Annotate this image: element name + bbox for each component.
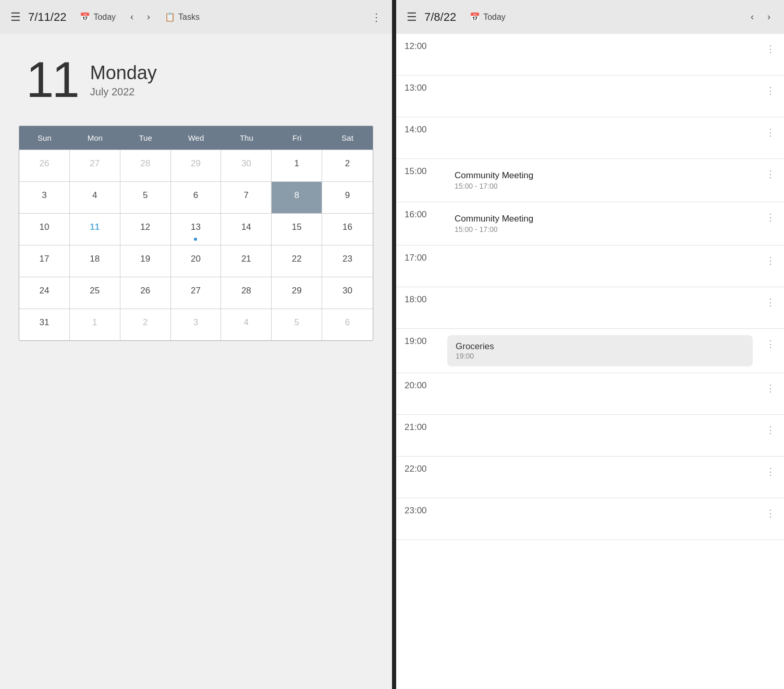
calendar-day-cell[interactable]: 30 bbox=[322, 277, 373, 309]
left-prev-button[interactable]: ‹ bbox=[127, 9, 137, 24]
calendar-day-cell[interactable]: 4 bbox=[221, 309, 272, 340]
time-row: 14:00⋮ bbox=[396, 117, 784, 159]
time-content bbox=[443, 415, 784, 423]
calendar-day-cell[interactable]: 28 bbox=[221, 277, 272, 309]
time-more-button[interactable]: ⋮ bbox=[766, 168, 776, 180]
calendar-day-cell[interactable]: 29 bbox=[272, 277, 322, 309]
calendar-day-cell[interactable]: 5 bbox=[120, 182, 171, 213]
time-content: Groceries19:00 bbox=[443, 329, 784, 373]
event-card[interactable]: Community Meeting15:00 - 17:00 bbox=[447, 208, 753, 239]
time-more-button[interactable]: ⋮ bbox=[766, 43, 776, 55]
left-header: ☰ 7/11/22 📅 Today ‹ › 📋 Tasks ⋮ bbox=[0, 0, 392, 34]
event-card[interactable]: Groceries19:00 bbox=[447, 335, 753, 366]
calendar-day-cell[interactable]: 4 bbox=[70, 182, 120, 213]
right-calendar-icon: 📅 bbox=[470, 12, 480, 22]
calendar-day-cell[interactable]: 15 bbox=[272, 214, 322, 245]
calendar-day-cell[interactable]: 16 bbox=[322, 214, 373, 245]
calendar-row: 3456789 bbox=[19, 181, 373, 213]
calendar-row: 24252627282930 bbox=[19, 277, 373, 309]
calendar-day-cell[interactable]: 24 bbox=[19, 277, 70, 309]
calendar-day-cell[interactable]: 3 bbox=[171, 309, 222, 340]
calendar-day-cell[interactable]: 3 bbox=[19, 182, 70, 213]
day-name: Monday bbox=[90, 62, 157, 84]
calendar-day-cell[interactable]: 7 bbox=[221, 182, 272, 213]
calendar-day-cell[interactable]: 14 bbox=[221, 214, 272, 245]
calendar-day-cell[interactable]: 6 bbox=[322, 309, 373, 340]
left-more-button[interactable]: ⋮ bbox=[371, 11, 382, 23]
calendar-row: 31123456 bbox=[19, 309, 373, 340]
calendar-day-cell[interactable]: 29 bbox=[171, 150, 222, 181]
time-label: 18:00 bbox=[396, 287, 443, 305]
time-content: Community Meeting15:00 - 17:00 bbox=[443, 159, 784, 202]
right-today-button[interactable]: 📅 Today bbox=[466, 10, 510, 24]
tasks-button[interactable]: 📋 Tasks bbox=[161, 10, 204, 24]
calendar-header-row: SunMonTueWedThuFriSat bbox=[19, 126, 373, 150]
calendar-day-cell[interactable]: 28 bbox=[120, 150, 171, 181]
time-more-button[interactable]: ⋮ bbox=[766, 383, 776, 394]
calendar-day-cell[interactable]: 6 bbox=[171, 182, 222, 213]
calendar-day-cell[interactable]: 9 bbox=[322, 182, 373, 213]
calendar-day-cell[interactable]: 31 bbox=[19, 309, 70, 340]
right-menu-icon[interactable]: ☰ bbox=[407, 10, 417, 24]
time-row: 17:00⋮ bbox=[396, 245, 784, 287]
left-header-date: 7/11/22 bbox=[28, 10, 66, 24]
calendar-day-cell[interactable]: 18 bbox=[70, 245, 120, 277]
calendar-day-cell[interactable]: 20 bbox=[171, 245, 222, 277]
calendar-day-header: Mon bbox=[70, 126, 120, 150]
tasks-label: Tasks bbox=[178, 13, 200, 22]
time-row: 16:00Community Meeting15:00 - 17:00⋮ bbox=[396, 202, 784, 245]
calendar-day-cell[interactable]: 11 bbox=[70, 214, 120, 245]
calendar-day-cell[interactable]: 1 bbox=[70, 309, 120, 340]
calendar-day-cell[interactable]: 1 bbox=[272, 150, 322, 181]
left-calendar-icon: 📅 bbox=[80, 12, 90, 22]
event-time-range: 15:00 - 17:00 bbox=[455, 182, 745, 190]
event-card[interactable]: Community Meeting15:00 - 17:00 bbox=[447, 165, 753, 195]
time-content bbox=[443, 287, 784, 296]
right-prev-button[interactable]: ‹ bbox=[748, 9, 757, 24]
calendar-day-cell[interactable]: 5 bbox=[272, 309, 322, 340]
calendar-day-cell[interactable]: 27 bbox=[171, 277, 222, 309]
calendar-day-cell[interactable]: 25 bbox=[70, 277, 120, 309]
time-more-button[interactable]: ⋮ bbox=[766, 466, 776, 477]
time-more-button[interactable]: ⋮ bbox=[766, 127, 776, 138]
calendar-day-cell[interactable]: 23 bbox=[322, 245, 373, 277]
calendar-day-cell[interactable]: 19 bbox=[120, 245, 171, 277]
time-more-button[interactable]: ⋮ bbox=[766, 212, 776, 223]
calendar-day-cell[interactable]: 13 bbox=[171, 214, 222, 245]
right-header-date: 7/8/22 bbox=[424, 10, 456, 24]
calendar-day-cell[interactable]: 27 bbox=[70, 150, 120, 181]
calendar-day-cell[interactable]: 21 bbox=[221, 245, 272, 277]
time-more-button[interactable]: ⋮ bbox=[766, 338, 776, 350]
time-row: 18:00⋮ bbox=[396, 287, 784, 329]
time-label: 13:00 bbox=[396, 76, 443, 93]
calendar-day-cell[interactable]: 2 bbox=[120, 309, 171, 340]
time-more-button[interactable]: ⋮ bbox=[766, 85, 776, 96]
time-content bbox=[443, 245, 784, 254]
left-next-button[interactable]: › bbox=[144, 9, 153, 24]
calendar-day-cell[interactable]: 8 bbox=[272, 182, 322, 213]
time-row: 22:00⋮ bbox=[396, 457, 784, 498]
time-label: 15:00 bbox=[396, 159, 443, 177]
calendar-day-cell[interactable]: 17 bbox=[19, 245, 70, 277]
right-next-button[interactable]: › bbox=[764, 9, 774, 24]
time-content bbox=[443, 117, 784, 126]
time-more-button[interactable]: ⋮ bbox=[766, 297, 776, 308]
time-more-button[interactable]: ⋮ bbox=[766, 508, 776, 519]
calendar-day-cell[interactable]: 2 bbox=[322, 150, 373, 181]
time-content bbox=[443, 457, 784, 465]
left-today-button[interactable]: 📅 Today bbox=[76, 10, 120, 24]
calendar-day-cell[interactable]: 26 bbox=[120, 277, 171, 309]
left-menu-icon[interactable]: ☰ bbox=[10, 10, 21, 24]
calendar-day-cell[interactable]: 22 bbox=[272, 245, 322, 277]
month-year: July 2022 bbox=[90, 86, 157, 98]
calendar-day-cell[interactable]: 30 bbox=[221, 150, 272, 181]
calendar-day-cell[interactable]: 10 bbox=[19, 214, 70, 245]
time-more-button[interactable]: ⋮ bbox=[766, 424, 776, 436]
time-more-button[interactable]: ⋮ bbox=[766, 255, 776, 266]
calendar-row: 262728293012 bbox=[19, 150, 373, 181]
calendar-day-cell[interactable]: 26 bbox=[19, 150, 70, 181]
time-label: 22:00 bbox=[396, 457, 443, 474]
calendar-day-header: Sun bbox=[19, 126, 70, 150]
time-label: 12:00 bbox=[396, 34, 443, 52]
calendar-day-cell[interactable]: 12 bbox=[120, 214, 171, 245]
